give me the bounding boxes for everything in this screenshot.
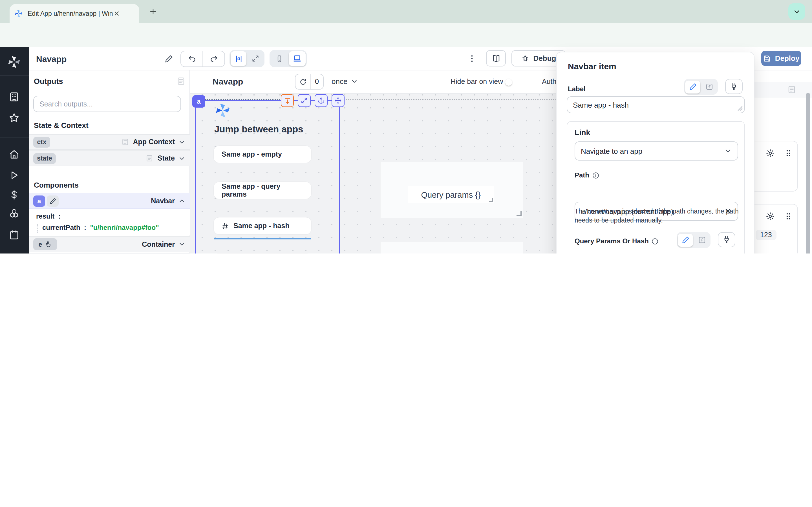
link-type-select[interactable]: Navigate to an app	[574, 142, 738, 161]
gear-icon[interactable]	[766, 149, 775, 158]
desktop-icon	[293, 54, 302, 63]
anchor-component-button[interactable]	[315, 94, 327, 107]
chevron-down-icon	[724, 147, 732, 155]
chevron-down-icon[interactable]	[178, 138, 186, 146]
deploy-label: Deploy	[775, 54, 800, 62]
sidebar-divider	[0, 75, 29, 75]
fullscreen-component-button[interactable]	[298, 94, 311, 107]
desktop-preview-button[interactable]	[289, 51, 306, 66]
hide-bar-label: Hide bar on view	[451, 78, 503, 86]
redo-button[interactable]	[203, 51, 224, 66]
query-label-row: Query Params Or Hash	[574, 237, 659, 245]
static-edit-button[interactable]	[678, 233, 693, 246]
app-logo	[214, 102, 231, 119]
textarea-resize-handle[interactable]	[738, 106, 743, 111]
label-field-label: Label	[568, 85, 586, 93]
output-row-state[interactable]: state State	[29, 151, 190, 166]
canvas-edge-guide	[192, 94, 193, 253]
auth-label-clipped: Auth	[542, 78, 556, 86]
selection-left-line	[195, 100, 196, 253]
static-edit-button[interactable]	[685, 80, 700, 93]
gear-icon[interactable]	[766, 212, 775, 221]
move-icon	[335, 97, 342, 104]
more-options-kebab-icon[interactable]	[467, 54, 476, 63]
label-input[interactable]: Same app - hash	[567, 96, 745, 113]
scrollbar-thumb[interactable]	[806, 93, 810, 253]
browser-tab[interactable]: Edit App u/henri/navapp | Win	[10, 4, 139, 23]
state-type-label: State	[158, 154, 175, 162]
path-help-text: The current app is selected. If the path…	[574, 207, 741, 225]
tab-close-icon[interactable]	[113, 10, 120, 17]
query-params-text-box[interactable]: Query params {}	[408, 186, 494, 203]
drag-handle-icon[interactable]	[784, 149, 793, 158]
output-row-ctx[interactable]: ctx App Context	[29, 134, 190, 150]
app-sidebar	[0, 47, 29, 253]
docs-button[interactable]	[486, 50, 506, 66]
windmill-logo[interactable]	[7, 55, 21, 69]
query-params-container[interactable]: Query params {}	[380, 162, 523, 218]
outputs-panel: Outputs Search outputs... State & Contex…	[29, 70, 190, 253]
book-icon	[492, 54, 500, 63]
popup-title: Navbar item	[568, 61, 616, 71]
new-tab-icon[interactable]	[149, 7, 157, 16]
chrome-profile-chevron-button[interactable]	[788, 3, 805, 20]
sidebar-item-schedules-icon[interactable]	[8, 229, 20, 240]
hash-container[interactable]: Hash: "#foo"	[380, 242, 523, 253]
mobile-preview-button[interactable]	[271, 51, 288, 66]
component-row-container-d[interactable]: d Container	[29, 253, 190, 253]
result-key: result :	[36, 212, 61, 220]
connect-input-button[interactable]	[725, 79, 743, 94]
sidebar-item-favorites-icon[interactable]	[8, 112, 20, 123]
recompute-counter[interactable]: 0	[295, 74, 324, 90]
drag-handle-icon[interactable]	[784, 212, 793, 221]
sidebar-item-workspace-icon[interactable]	[8, 91, 20, 103]
current-path-entry[interactable]: currentPath : "u/henri/navapp#foo"	[42, 224, 159, 231]
resize-corner[interactable]	[516, 211, 522, 216]
refresh-icon	[299, 78, 306, 86]
nav-item-same-app-hash[interactable]: Same app - hash	[214, 217, 311, 234]
edit-id-button[interactable]	[47, 195, 59, 207]
sidebar-item-runs-icon[interactable]	[8, 170, 20, 181]
active-nav-underline	[214, 238, 311, 239]
align-mode-button[interactable]	[231, 51, 246, 66]
path-label-row: Path	[574, 171, 599, 179]
sidebar-item-resources-icon[interactable]	[8, 208, 20, 219]
fx-edit-button[interactable]	[694, 233, 709, 246]
fx-edit-button[interactable]	[702, 80, 717, 93]
undo-button[interactable]	[181, 51, 203, 66]
plug-icon	[730, 82, 738, 91]
navbar-id-badge: a	[33, 195, 45, 207]
component-id-badge[interactable]: a	[192, 95, 205, 108]
fullscreen-mode-button[interactable]	[248, 51, 263, 66]
state-badge: state	[33, 153, 56, 164]
sidebar-item-variables-icon[interactable]	[8, 189, 20, 201]
move-component-button[interactable]	[332, 94, 345, 107]
search-outputs-input[interactable]: Search outputs...	[33, 96, 181, 112]
bug-icon	[521, 54, 529, 62]
canvas-app-title: Navapp	[213, 76, 243, 86]
nav-item-same-app-query-params[interactable]: Same app - query params	[214, 182, 311, 199]
mobile-icon	[275, 54, 283, 63]
chevron-down-icon	[793, 8, 801, 15]
connect-input-button[interactable]	[718, 232, 735, 247]
resize-corner[interactable]	[489, 198, 493, 202]
rename-pencil-icon[interactable]	[165, 55, 173, 63]
nav-item-same-app-empty[interactable]: Same app - empty	[214, 146, 311, 163]
outputs-docs-icon[interactable]	[176, 76, 186, 86]
plug-icon	[722, 235, 731, 244]
chevron-up-icon[interactable]	[178, 197, 186, 205]
component-row-navbar[interactable]: a Navbar	[29, 193, 190, 209]
selection-right-line	[339, 100, 340, 253]
anchor-icon	[317, 97, 325, 104]
run-mode-select[interactable]: once	[332, 77, 358, 86]
settings-docs-icon[interactable]	[787, 85, 796, 94]
expand-down-button[interactable]	[281, 94, 294, 107]
settings-scrollbar[interactable]	[806, 86, 811, 253]
ctx-badge: ctx	[33, 136, 50, 147]
chevron-down-icon[interactable]	[178, 155, 186, 162]
chevron-down-icon[interactable]	[178, 240, 186, 248]
undo-redo-group	[181, 51, 225, 67]
sidebar-item-home-icon[interactable]	[8, 149, 20, 160]
deploy-button[interactable]: Deploy	[761, 51, 801, 66]
component-row-container-e[interactable]: e Container	[29, 236, 190, 252]
